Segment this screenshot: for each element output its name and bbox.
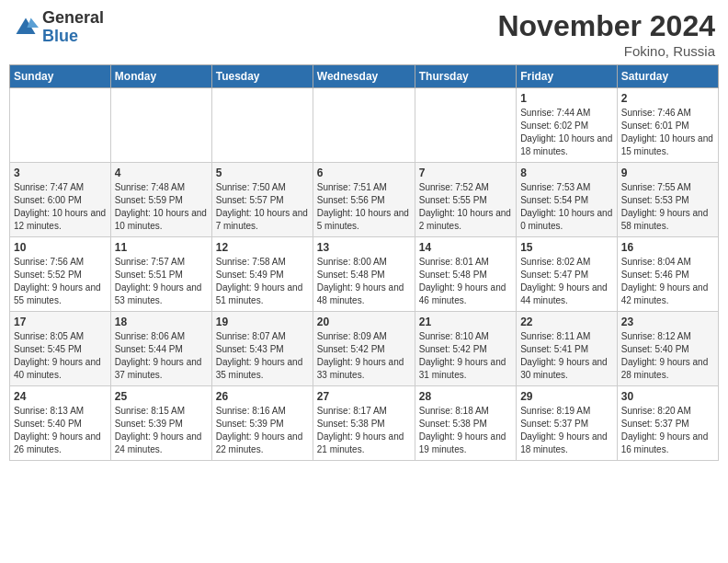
- col-monday: Monday: [110, 65, 211, 88]
- calendar-cell: [110, 88, 211, 163]
- day-info: Sunrise: 8:05 AMSunset: 5:45 PMDaylight:…: [14, 331, 101, 380]
- logo-icon: [13, 15, 39, 40]
- calendar-cell: 13 Sunrise: 8:00 AMSunset: 5:48 PMDaylig…: [313, 237, 415, 312]
- month-title: November 2024: [497, 9, 715, 43]
- day-info: Sunrise: 7:48 AMSunset: 5:59 PMDaylight:…: [115, 182, 207, 231]
- calendar-cell: 8 Sunrise: 7:53 AMSunset: 5:54 PMDayligh…: [517, 163, 618, 237]
- calendar-cell: 1 Sunrise: 7:44 AMSunset: 6:02 PMDayligh…: [517, 88, 618, 163]
- day-info: Sunrise: 8:07 AMSunset: 5:43 PMDaylight:…: [216, 331, 303, 380]
- day-info: Sunrise: 7:46 AMSunset: 6:01 PMDaylight:…: [621, 108, 713, 156]
- day-number: 25: [115, 390, 208, 403]
- day-number: 7: [419, 167, 512, 179]
- day-number: 8: [520, 167, 613, 179]
- day-number: 10: [14, 241, 107, 254]
- calendar-cell: 7 Sunrise: 7:52 AMSunset: 5:55 PMDayligh…: [415, 163, 516, 237]
- calendar-cell: 22 Sunrise: 8:11 AMSunset: 5:41 PMDaylig…: [517, 312, 618, 386]
- day-info: Sunrise: 8:17 AMSunset: 5:38 PMDaylight:…: [317, 406, 404, 454]
- logo-blue: Blue: [42, 28, 104, 46]
- calendar-cell: 9 Sunrise: 7:55 AMSunset: 5:53 PMDayligh…: [617, 163, 718, 237]
- calendar-cell: 2 Sunrise: 7:46 AMSunset: 6:01 PMDayligh…: [617, 88, 718, 163]
- day-number: 29: [520, 390, 613, 403]
- calendar-cell: 19 Sunrise: 8:07 AMSunset: 5:43 PMDaylig…: [211, 312, 313, 386]
- calendar-cell: 23 Sunrise: 8:12 AMSunset: 5:40 PMDaylig…: [617, 312, 718, 386]
- day-number: 14: [419, 241, 512, 254]
- calendar-cell: 28 Sunrise: 8:18 AMSunset: 5:38 PMDaylig…: [415, 386, 516, 461]
- calendar-cell: 16 Sunrise: 8:04 AMSunset: 5:46 PMDaylig…: [617, 237, 718, 312]
- calendar-cell: [211, 88, 313, 163]
- col-sunday: Sunday: [10, 65, 111, 88]
- location: Fokino, Russia: [497, 43, 715, 59]
- day-info: Sunrise: 8:06 AMSunset: 5:44 PMDaylight:…: [115, 331, 202, 380]
- calendar-cell: 11 Sunrise: 7:57 AMSunset: 5:51 PMDaylig…: [110, 237, 211, 312]
- day-number: 20: [317, 316, 411, 328]
- calendar-header-row: Sunday Monday Tuesday Wednesday Thursday…: [10, 65, 719, 88]
- calendar-cell: [313, 88, 415, 163]
- day-info: Sunrise: 8:04 AMSunset: 5:46 PMDaylight:…: [621, 257, 709, 305]
- day-number: 26: [216, 390, 309, 403]
- day-info: Sunrise: 7:51 AMSunset: 5:56 PMDaylight:…: [317, 182, 409, 231]
- calendar-cell: 30 Sunrise: 8:20 AMSunset: 5:37 PMDaylig…: [617, 386, 718, 461]
- day-info: Sunrise: 8:02 AMSunset: 5:47 PMDaylight:…: [520, 257, 608, 305]
- calendar-cell: 14 Sunrise: 8:01 AMSunset: 5:48 PMDaylig…: [415, 237, 516, 312]
- calendar-cell: 27 Sunrise: 8:17 AMSunset: 5:38 PMDaylig…: [313, 386, 415, 461]
- calendar-cell: 20 Sunrise: 8:09 AMSunset: 5:42 PMDaylig…: [313, 312, 415, 386]
- day-info: Sunrise: 7:44 AMSunset: 6:02 PMDaylight:…: [520, 108, 612, 156]
- day-info: Sunrise: 8:13 AMSunset: 5:40 PMDaylight:…: [14, 406, 101, 454]
- day-number: 1: [520, 92, 613, 105]
- day-number: 12: [216, 241, 309, 254]
- calendar-cell: 12 Sunrise: 7:58 AMSunset: 5:49 PMDaylig…: [211, 237, 313, 312]
- calendar-week-row: 17 Sunrise: 8:05 AMSunset: 5:45 PMDaylig…: [10, 312, 719, 386]
- calendar-cell: 10 Sunrise: 7:56 AMSunset: 5:52 PMDaylig…: [10, 237, 111, 312]
- day-number: 9: [621, 167, 714, 179]
- calendar-cell: [415, 88, 516, 163]
- day-number: 3: [14, 167, 107, 179]
- day-info: Sunrise: 8:20 AMSunset: 5:37 PMDaylight:…: [621, 406, 709, 454]
- col-wednesday: Wednesday: [313, 65, 415, 88]
- calendar-cell: 5 Sunrise: 7:50 AMSunset: 5:57 PMDayligh…: [211, 163, 313, 237]
- calendar-cell: 17 Sunrise: 8:05 AMSunset: 5:45 PMDaylig…: [10, 312, 111, 386]
- day-info: Sunrise: 8:12 AMSunset: 5:40 PMDaylight:…: [621, 331, 709, 380]
- day-number: 5: [216, 167, 309, 179]
- day-info: Sunrise: 7:50 AMSunset: 5:57 PMDaylight:…: [216, 182, 308, 231]
- day-info: Sunrise: 7:56 AMSunset: 5:52 PMDaylight:…: [14, 257, 101, 305]
- calendar-table: Sunday Monday Tuesday Wednesday Thursday…: [9, 64, 719, 461]
- day-number: 17: [14, 316, 107, 328]
- day-number: 18: [115, 316, 208, 328]
- day-info: Sunrise: 7:58 AMSunset: 5:49 PMDaylight:…: [216, 257, 303, 305]
- calendar-week-row: 24 Sunrise: 8:13 AMSunset: 5:40 PMDaylig…: [10, 386, 719, 461]
- day-number: 24: [14, 390, 107, 403]
- calendar-week-row: 1 Sunrise: 7:44 AMSunset: 6:02 PMDayligh…: [10, 88, 719, 163]
- day-number: 2: [621, 92, 714, 105]
- logo-general: General: [42, 9, 104, 28]
- col-friday: Friday: [517, 65, 618, 88]
- day-number: 30: [621, 390, 714, 403]
- day-number: 15: [520, 241, 613, 254]
- calendar-cell: 26 Sunrise: 8:16 AMSunset: 5:39 PMDaylig…: [211, 386, 313, 461]
- day-info: Sunrise: 7:47 AMSunset: 6:00 PMDaylight:…: [14, 182, 106, 231]
- day-info: Sunrise: 8:09 AMSunset: 5:42 PMDaylight:…: [317, 331, 404, 380]
- day-number: 6: [317, 167, 411, 179]
- day-info: Sunrise: 7:55 AMSunset: 5:53 PMDaylight:…: [621, 182, 709, 231]
- calendar-cell: 18 Sunrise: 8:06 AMSunset: 5:44 PMDaylig…: [110, 312, 211, 386]
- day-number: 27: [317, 390, 411, 403]
- calendar-cell: [10, 88, 111, 163]
- day-info: Sunrise: 8:15 AMSunset: 5:39 PMDaylight:…: [115, 406, 202, 454]
- calendar-cell: 24 Sunrise: 8:13 AMSunset: 5:40 PMDaylig…: [10, 386, 111, 461]
- day-info: Sunrise: 8:19 AMSunset: 5:37 PMDaylight:…: [520, 406, 608, 454]
- calendar-cell: 21 Sunrise: 8:10 AMSunset: 5:42 PMDaylig…: [415, 312, 516, 386]
- day-info: Sunrise: 8:00 AMSunset: 5:48 PMDaylight:…: [317, 257, 404, 305]
- calendar-cell: 3 Sunrise: 7:47 AMSunset: 6:00 PMDayligh…: [10, 163, 111, 237]
- calendar-cell: 4 Sunrise: 7:48 AMSunset: 5:59 PMDayligh…: [110, 163, 211, 237]
- calendar-cell: 6 Sunrise: 7:51 AMSunset: 5:56 PMDayligh…: [313, 163, 415, 237]
- col-saturday: Saturday: [617, 65, 718, 88]
- day-info: Sunrise: 7:53 AMSunset: 5:54 PMDaylight:…: [520, 182, 612, 231]
- calendar-cell: 29 Sunrise: 8:19 AMSunset: 5:37 PMDaylig…: [517, 386, 618, 461]
- day-number: 16: [621, 241, 714, 254]
- day-info: Sunrise: 8:18 AMSunset: 5:38 PMDaylight:…: [419, 406, 506, 454]
- day-number: 23: [621, 316, 714, 328]
- page-header: General Blue November 2024 Fokino, Russi…: [9, 9, 719, 59]
- day-number: 4: [115, 167, 208, 179]
- day-info: Sunrise: 8:10 AMSunset: 5:42 PMDaylight:…: [419, 331, 506, 380]
- day-info: Sunrise: 8:01 AMSunset: 5:48 PMDaylight:…: [419, 257, 506, 305]
- day-number: 19: [216, 316, 309, 328]
